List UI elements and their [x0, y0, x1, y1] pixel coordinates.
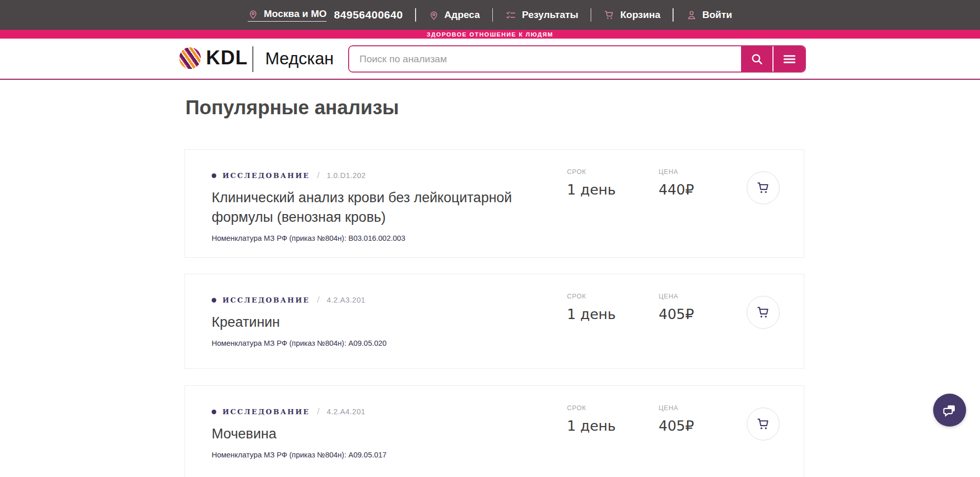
price-value: 405₽ [659, 418, 694, 434]
topbar-link-label: Результаты [522, 9, 578, 21]
separator-slash: / [317, 295, 320, 305]
price-label: ЦЕНА [659, 168, 694, 175]
topbar-link-results[interactable]: Результаты [505, 9, 578, 21]
menu-button[interactable] [773, 46, 805, 72]
user-icon [686, 9, 697, 21]
topbar-separator [673, 8, 674, 22]
card-category: ИССЛЕДОВАНИЕ [222, 408, 310, 416]
term-label: СРОК [567, 168, 616, 175]
topbar-phone[interactable]: 84956400640 [334, 9, 403, 21]
search-button[interactable] [741, 46, 772, 72]
price-label: ЦЕНА [659, 293, 694, 300]
term-value: 1 день [567, 418, 616, 434]
card-code: 4.2.A3.201 [326, 296, 365, 304]
header: KDL Медскан [0, 39, 980, 80]
card-category: ИССЛЕДОВАНИЕ [222, 296, 310, 304]
price-label: ЦЕНА [659, 404, 694, 412]
search-bar [348, 45, 806, 73]
card-code: 4.2.A4.201 [326, 408, 365, 416]
topbar-link-label: Войти [702, 9, 732, 21]
topbar-link-login[interactable]: Войти [686, 9, 732, 21]
term-label: СРОК [567, 293, 616, 300]
topbar: Москва и МО 84956400640 Адреса [0, 0, 980, 30]
cart-icon [755, 416, 771, 432]
separator-slash: / [317, 170, 320, 181]
card-nomenclature: Номенклатура МЗ РФ (приказ №804н): A09.0… [212, 451, 572, 459]
hamburger-menu-icon [782, 51, 797, 67]
kdl-logo-text: KDL [206, 47, 248, 69]
term-value: 1 день [567, 306, 616, 322]
search-input[interactable] [349, 46, 741, 72]
topbar-separator [591, 8, 592, 22]
slogan-text: ЗДОРОВОЕ ОТНОШЕНИЕ К ЛЮДЯМ [426, 31, 553, 38]
topbar-separator [492, 8, 493, 22]
price-value: 440₽ [659, 182, 694, 198]
add-to-cart-button[interactable] [747, 408, 780, 440]
topbar-city-label: Москва и МО [264, 8, 326, 20]
add-to-cart-button[interactable] [747, 171, 780, 204]
bullet-icon [212, 298, 216, 303]
analysis-card: ИССЛЕДОВАНИЕ / 4.2.A4.201 Мочевина Номен… [184, 385, 804, 477]
topbar-link-label: Адреса [444, 9, 480, 21]
topbar-city-link[interactable]: Москва и МО [248, 8, 326, 22]
add-to-cart-button[interactable] [747, 296, 780, 329]
topbar-link-addresses[interactable]: Адреса [428, 9, 480, 21]
page: Москва и МО 84956400640 Адреса [0, 0, 980, 477]
topbar-link-label: Корзина [620, 9, 660, 21]
kdl-logo-ball-icon [179, 47, 201, 69]
partner-brand: Медскан [265, 49, 334, 68]
search-icon [750, 52, 764, 66]
card-nomenclature: Номенклатура МЗ РФ (приказ №804н): B03.0… [212, 234, 572, 242]
bullet-icon [212, 410, 216, 414]
page-title: Популярные анализы [185, 97, 399, 119]
cart-icon [755, 305, 771, 320]
card-code: 1.0.D1.202 [326, 171, 366, 180]
card-category: ИССЛЕДОВАНИЕ [222, 171, 310, 180]
topbar-separator [415, 8, 416, 22]
bullet-icon [212, 173, 216, 178]
card-title-link[interactable]: Клинический анализ крови без лейкоцитарн… [212, 188, 572, 227]
card-title-link[interactable]: Креатинин [212, 313, 572, 332]
kdl-logo[interactable]: KDL [179, 47, 248, 69]
separator-slash: / [317, 407, 320, 417]
logo-divider [252, 46, 253, 72]
term-value: 1 день [567, 182, 616, 198]
term-label: СРОК [567, 404, 616, 412]
checklist-icon [505, 9, 517, 21]
cart-icon [755, 180, 771, 196]
slogan-banner: ЗДОРОВОЕ ОТНОШЕНИЕ К ЛЮДЯМ [0, 30, 980, 39]
analysis-card: ИССЛЕДОВАНИЕ / 4.2.A3.201 Креатинин Номе… [184, 274, 804, 369]
location-pin-icon [248, 9, 259, 20]
chat-button[interactable] [933, 394, 966, 427]
card-title-link[interactable]: Мочевина [212, 425, 572, 444]
card-nomenclature: Номенклатура МЗ РФ (приказ №804н): A09.0… [212, 339, 572, 347]
location-pin-icon [428, 10, 439, 21]
topbar-link-cart[interactable]: Корзина [604, 9, 660, 21]
chat-icon [942, 402, 957, 418]
analysis-card: ИССЛЕДОВАНИЕ / 1.0.D1.202 Клинический ан… [184, 149, 804, 258]
price-value: 405₽ [659, 306, 694, 322]
cart-icon [604, 9, 615, 21]
